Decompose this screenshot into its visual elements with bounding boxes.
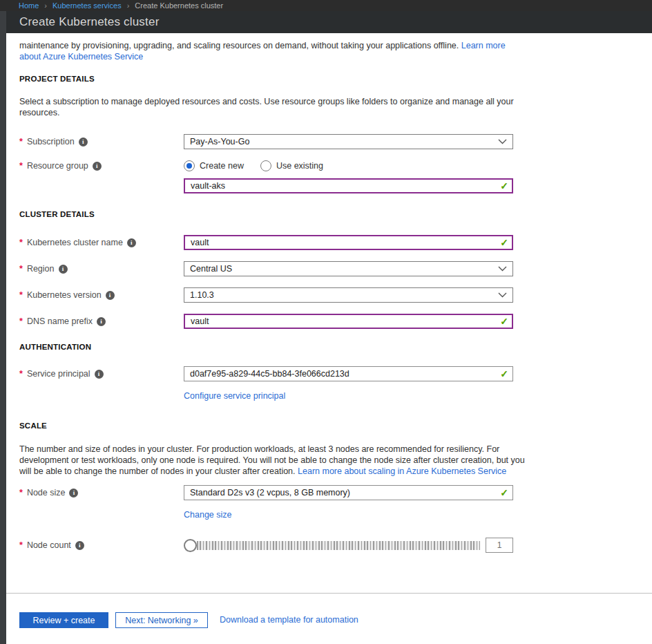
- create-kubernetes-cluster-blade: Create Kubernetes cluster maintenance by…: [6, 11, 652, 644]
- info-icon[interactable]: i: [69, 489, 78, 498]
- required-asterisk: *: [19, 161, 23, 171]
- service-principal-label: * Service principal i: [19, 369, 184, 379]
- info-icon[interactable]: i: [97, 317, 106, 326]
- node-count-slider: [184, 538, 513, 553]
- change-size-row: Change size: [19, 510, 652, 520]
- change-size-link[interactable]: Change size: [184, 510, 513, 520]
- node-size-field: ✓: [184, 485, 513, 500]
- region-row: * Region i Central US: [19, 261, 652, 276]
- breadcrumb-item-kubernetes-services[interactable]: Kubernetes services: [52, 1, 122, 10]
- required-asterisk: *: [19, 238, 23, 247]
- intro-text: maintenance by provisioning, upgrading, …: [19, 41, 459, 50]
- subscription-dropdown[interactable]: Pay-As-You-Go: [184, 134, 513, 149]
- service-principal-field: ✓: [184, 366, 513, 381]
- dns-prefix-label: * DNS name prefix i: [19, 316, 184, 326]
- service-principal-row: * Service principal i ✓: [19, 366, 652, 381]
- breadcrumb-separator-icon: ›: [127, 2, 130, 10]
- radio-use-existing-label: Use existing: [276, 161, 323, 171]
- region-dropdown[interactable]: Central US: [184, 261, 513, 276]
- radio-use-existing[interactable]: Use existing: [260, 160, 323, 171]
- intro-paragraph: maintenance by provisioning, upgrading, …: [19, 40, 518, 62]
- review-create-button[interactable]: Review + create: [19, 612, 108, 628]
- dns-prefix-label-text: DNS name prefix: [27, 316, 93, 326]
- scale-heading: SCALE: [19, 422, 652, 430]
- slider-handle[interactable]: [184, 539, 197, 552]
- project-details-heading: PROJECT DETAILS: [19, 75, 652, 83]
- node-count-input[interactable]: [486, 538, 513, 553]
- node-size-label: * Node size i: [19, 488, 184, 498]
- cluster-name-field: ✓: [184, 235, 513, 250]
- info-icon[interactable]: i: [59, 265, 68, 274]
- info-icon[interactable]: i: [106, 291, 115, 300]
- authentication-heading: AUTHENTICATION: [19, 343, 652, 351]
- info-icon[interactable]: i: [93, 162, 102, 171]
- breadcrumb: Home › Kubernetes services › Create Kube…: [0, 0, 652, 11]
- subscription-label-text: Subscription: [27, 137, 75, 146]
- resource-group-row: * Resource group i Create new Use existi…: [19, 160, 652, 171]
- info-icon[interactable]: i: [75, 541, 84, 550]
- slider-track[interactable]: [197, 541, 480, 550]
- cluster-name-label-text: Kubernetes cluster name: [27, 238, 123, 247]
- resource-group-name-row: ✓: [19, 178, 652, 193]
- blade-titlebar: Create Kubernetes cluster: [6, 11, 652, 33]
- configure-service-principal-row: Configure service principal: [19, 391, 652, 401]
- subscription-label: * Subscription i: [19, 137, 184, 146]
- chevron-down-icon: [498, 292, 507, 298]
- node-size-row: * Node size i ✓: [19, 485, 652, 500]
- next-networking-button[interactable]: Next: Networking »: [115, 612, 208, 628]
- breadcrumb-separator-icon: ›: [44, 2, 47, 10]
- cluster-name-label: * Kubernetes cluster name i: [19, 238, 184, 247]
- kubernetes-version-selected-value: 1.10.3: [190, 290, 214, 300]
- download-template-link[interactable]: Download a template for automation: [220, 612, 358, 628]
- radio-selected-icon: [184, 160, 195, 171]
- node-size-input[interactable]: [184, 485, 513, 500]
- radio-unselected-icon: [260, 160, 271, 171]
- resource-group-label-text: Resource group: [27, 161, 88, 171]
- kubernetes-version-dropdown[interactable]: 1.10.3: [184, 287, 513, 303]
- node-size-label-text: Node size: [27, 488, 66, 498]
- cluster-name-input[interactable]: [184, 235, 513, 250]
- kubernetes-version-label: * Kubernetes version i: [19, 290, 184, 300]
- dns-prefix-row: * DNS name prefix i ✓: [19, 314, 652, 329]
- dns-prefix-input[interactable]: [184, 314, 513, 329]
- learn-more-scaling-link[interactable]: Learn more about scaling in Azure Kubern…: [298, 466, 506, 476]
- info-icon[interactable]: i: [79, 138, 88, 146]
- radio-create-new-label: Create new: [200, 161, 244, 171]
- project-details-description: Select a subscription to manage deployed…: [19, 96, 517, 118]
- node-count-label-text: Node count: [27, 540, 71, 550]
- required-asterisk: *: [19, 264, 23, 274]
- node-count-row: * Node count i: [19, 538, 652, 553]
- resource-group-name-input[interactable]: [184, 178, 513, 193]
- cluster-details-heading: CLUSTER DETAILS: [19, 210, 652, 218]
- breadcrumb-item-home[interactable]: Home: [19, 1, 39, 10]
- kubernetes-version-label-text: Kubernetes version: [27, 290, 102, 300]
- blade-footer: Review + create Next: Networking » Downl…: [6, 593, 652, 644]
- service-principal-input[interactable]: [184, 366, 513, 381]
- subscription-row: * Subscription i Pay-As-You-Go: [19, 134, 652, 149]
- region-label: * Region i: [19, 264, 184, 274]
- region-label-text: Region: [27, 264, 55, 274]
- chevron-down-icon: [498, 266, 507, 272]
- required-asterisk: *: [19, 290, 23, 300]
- blade-content: maintenance by provisioning, upgrading, …: [6, 33, 652, 593]
- service-principal-label-text: Service principal: [27, 369, 90, 379]
- info-icon[interactable]: i: [127, 238, 136, 247]
- page-title: Create Kubernetes cluster: [19, 15, 160, 29]
- required-asterisk: *: [19, 540, 23, 550]
- kubernetes-version-row: * Kubernetes version i 1.10.3: [19, 287, 652, 303]
- subscription-selected-value: Pay-As-You-Go: [190, 137, 249, 146]
- required-asterisk: *: [19, 137, 23, 146]
- chevron-down-icon: [498, 139, 507, 144]
- info-icon[interactable]: i: [95, 370, 104, 379]
- resource-group-label: * Resource group i: [19, 161, 184, 171]
- resource-group-name-field: ✓: [184, 178, 513, 193]
- cluster-name-row: * Kubernetes cluster name i ✓: [19, 235, 652, 250]
- configure-service-principal-link[interactable]: Configure service principal: [184, 391, 513, 401]
- node-count-label: * Node count i: [19, 540, 184, 550]
- radio-create-new[interactable]: Create new: [184, 160, 244, 171]
- dns-prefix-field: ✓: [184, 314, 513, 329]
- resource-group-radio-group: Create new Use existing: [184, 160, 513, 171]
- region-selected-value: Central US: [190, 264, 232, 274]
- scale-description: The number and size of nodes in your clu…: [19, 444, 530, 477]
- breadcrumb-item-current: Create Kubernetes cluster: [135, 1, 223, 10]
